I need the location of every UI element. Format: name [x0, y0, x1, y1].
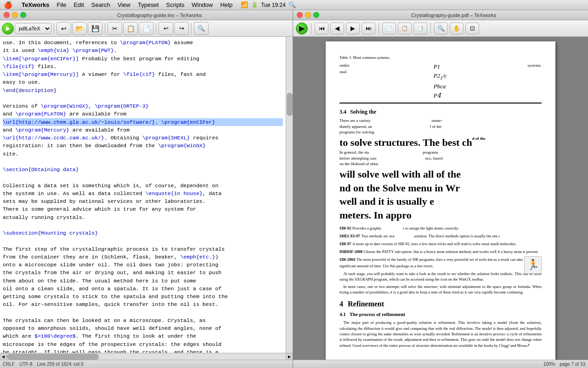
dirdif-text: Choose the PATTY sub-option: this is a h… — [364, 249, 539, 254]
menu-edit[interactable]: Edit — [70, 1, 87, 8]
redo-left-button[interactable]: ↩ — [158, 22, 173, 35]
editor-line: \url{http://www.ccdc.cam.ac.uk/}. Obtain… — [3, 134, 283, 142]
apple-menu[interactable]: 🍎 — [4, 1, 12, 9]
pdf-first-page-button[interactable]: ⏮ — [315, 23, 328, 34]
pdf-viewer-panel: Crystallography-guide.pdf – TeXworks ▶ ⏮… — [293, 10, 588, 368]
maximize-button[interactable] — [20, 12, 26, 18]
table-right-col: P1 P21/c Pbca P4̄ — [434, 63, 528, 100]
large-text-2: will solve well with all of the — [339, 168, 542, 181]
battery-icon: 🔋 — [251, 1, 258, 8]
shelxs97-text: Two methods are ava solution. The direct… — [361, 234, 500, 238]
sir2004-entry: SIR-2004 The most powerful of the family… — [339, 256, 542, 269]
pdf-page-info: page 7 of 33 — [560, 362, 585, 367]
sir2004-text: The most powerful of the family of SIR p… — [339, 257, 526, 268]
large-text-1: to solve structures. The best chd of the — [339, 136, 542, 149]
pdf-toolbar-sep1 — [311, 23, 311, 34]
menu-view[interactable]: View — [114, 1, 134, 8]
pdf-window-title: Crystallography-guide.pdf – TeXworks — [323, 12, 584, 18]
editor-line: and \program{Mercury} are available from — [3, 126, 283, 134]
minimize-button[interactable] — [12, 12, 18, 18]
pdf-zoom-level: 100% — [543, 362, 555, 367]
editor-line: Versions of \program{WinGX}, \program{OR… — [3, 102, 283, 110]
sir92-entry: SIR-92 Provides a graphic s to assign th… — [339, 225, 542, 231]
pdf-close-button[interactable] — [297, 12, 303, 18]
editor-line — [3, 221, 283, 229]
pdf-window-controls — [297, 12, 319, 18]
editor-line: \end{description} — [3, 86, 283, 94]
redo-right-button[interactable]: ↪ — [174, 22, 189, 35]
search-toolbar-button[interactable]: 🔍 — [194, 22, 209, 35]
editor-line — [3, 237, 283, 245]
shelxs97-entry: SHELXS-97 Two methods are ava solution. … — [339, 233, 542, 239]
toolbar-separator-1 — [54, 23, 54, 34]
sir97-label: SIR-97 — [339, 242, 351, 246]
editor-line: from the container they are in (Schlenk,… — [3, 253, 283, 261]
toolbar-separator-4 — [191, 23, 192, 34]
editor-line: getting some crystals to stick to the sp… — [3, 293, 283, 300]
charset-label: UTF-8 — [19, 362, 32, 367]
editor-text-area[interactable]: use. In this document, references to \pr… — [0, 37, 286, 353]
editor-line: registration: it can then be downloaded … — [3, 142, 283, 150]
pdf-run-button[interactable]: ▶ — [296, 23, 308, 34]
editor-line: them about on the slide. The usual metho… — [3, 277, 283, 285]
pdf-prev-page-button[interactable]: ◀ — [330, 23, 344, 34]
menu-file[interactable]: File — [53, 1, 70, 8]
editor-line: microscope is the edges of the prospecti… — [3, 340, 283, 348]
table-systems-label: systems. — [527, 63, 542, 69]
body-between-1: In general, the sta programsbefore attem… — [339, 150, 542, 167]
open-button[interactable]: 📂 — [72, 22, 87, 35]
section-41-title: The process of refinement — [350, 311, 406, 318]
pdf-maximize-button[interactable] — [313, 12, 319, 18]
pdf-page-btn1[interactable]: 📄 — [382, 23, 396, 34]
editor-line: the crystals from the air or drying out,… — [3, 269, 283, 276]
undo-button[interactable]: ↩ — [57, 22, 71, 35]
copy-button[interactable]: 📋 — [123, 22, 138, 35]
spotlight-icon[interactable]: 🔍 — [288, 1, 296, 8]
editor-line: easy to use. — [3, 78, 283, 86]
pdf-titlebar: Crystallography-guide.pdf – TeXworks — [293, 10, 588, 20]
pdf-fit-button[interactable]: ⊡ — [465, 23, 479, 34]
tex-toolbar: ▶ pdfLaTeX ↩ 📂 💾 ✂ 📋 📄 ↩ ↪ 🔍 — [0, 20, 293, 37]
table-pbca: Pbca — [434, 82, 528, 91]
menu-search[interactable]: Search — [88, 1, 114, 8]
table-left-col: ombic onal — [339, 63, 434, 100]
editor-line: \url{http://www.chem.gla.ac.uk/~louis/so… — [3, 118, 283, 126]
sir92-label: SIR-92 — [339, 226, 351, 230]
pdf-table-section: Table 1: Most common systems. ombic onal… — [339, 55, 542, 104]
wifi-icon: 📶 — [241, 1, 248, 8]
editor-line — [3, 94, 283, 102]
menu-help[interactable]: Help — [216, 1, 236, 8]
pdf-minimize-button[interactable] — [305, 12, 311, 18]
pdf-next-page-button[interactable]: ▶ — [346, 23, 360, 34]
pdf-zoom-button[interactable]: 🔍 — [434, 23, 448, 34]
cut-button[interactable]: ✂ — [107, 22, 122, 35]
engine-select[interactable]: pdfLaTeX — [15, 23, 51, 34]
pdf-page: Table 1: Most common systems. ombic onal… — [326, 41, 555, 360]
hscroll-left-button[interactable]: ◀ — [0, 353, 7, 360]
menu-typeset[interactable]: Typeset — [134, 1, 163, 8]
section-41-body: The major part of producing a good-quali… — [339, 320, 542, 348]
hscrollbar-track[interactable] — [7, 353, 286, 360]
editor-line: use. In this document, references to \pr… — [3, 39, 283, 46]
close-button[interactable] — [4, 12, 10, 18]
pdf-pan-button[interactable]: ✋ — [450, 23, 464, 34]
pdf-content-area[interactable]: Table 1: Most common systems. ombic onal… — [293, 37, 588, 360]
pdf-last-page-button[interactable]: ⏭ — [362, 23, 375, 34]
run-button[interactable]: ▶ — [2, 23, 14, 34]
editor-line — [3, 173, 283, 181]
pdf-page-btn3[interactable]: 📑 — [413, 23, 427, 34]
paste-button[interactable]: 📄 — [139, 22, 153, 35]
menu-texworks[interactable]: TeXworks — [18, 1, 53, 8]
save-button[interactable]: 💾 — [88, 22, 102, 35]
table-p4bar: P4̄ — [434, 92, 528, 100]
editor-line: Collecting a data set is something which… — [3, 182, 283, 190]
hscroll-right-button[interactable]: ▶ — [286, 353, 293, 360]
pdf-page-btn2[interactable]: 📋 — [398, 23, 412, 34]
sir97-entry: SIR-97 A more up to date version of SIR-… — [339, 241, 542, 247]
menu-scripts[interactable]: Scripts — [163, 1, 188, 8]
menu-window[interactable]: Window — [188, 1, 216, 8]
editor-vscrollbar[interactable] — [286, 37, 293, 353]
pdf-toolbar-sep3 — [430, 23, 431, 34]
tex-editor-panel: Crystallography-guide.tex – TeXworks ▶ p… — [0, 10, 293, 368]
editor-line: opposed to amorphous solids, should have… — [3, 324, 283, 332]
